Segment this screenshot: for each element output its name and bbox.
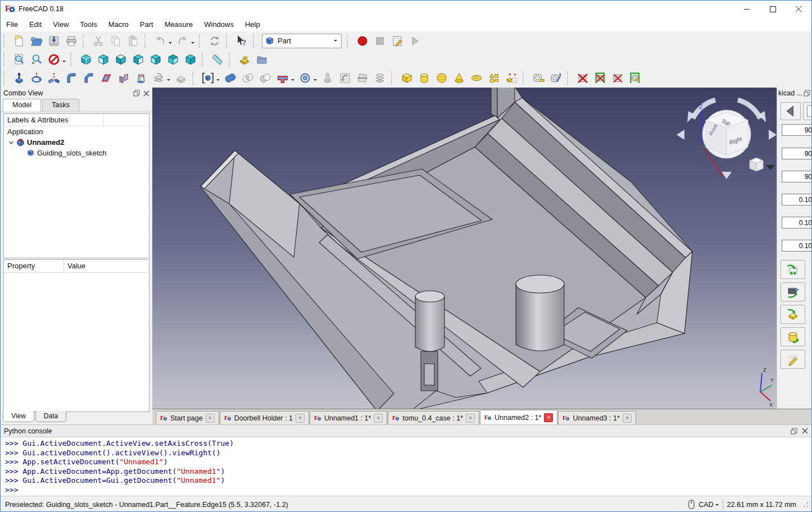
extrude-button[interactable] (11, 70, 27, 86)
redo-button[interactable] (174, 33, 190, 49)
tab-tasks[interactable]: Tasks (42, 99, 79, 112)
new-document-button[interactable] (11, 33, 27, 49)
view-rear-button[interactable] (147, 51, 164, 67)
fillet-button[interactable] (63, 70, 79, 86)
paste-button[interactable] (125, 33, 141, 49)
toolbar-handle[interactable] (3, 71, 8, 85)
cross-section-button[interactable] (354, 70, 370, 86)
doc-tab-close-icon[interactable]: × (466, 414, 475, 423)
measure-toggle-all-button[interactable] (592, 70, 608, 86)
minimize-button[interactable] (734, 1, 760, 17)
boolean-union-button[interactable] (222, 70, 238, 86)
sweep-button[interactable] (150, 70, 166, 86)
kicad-rotation-y-input[interactable] (782, 148, 812, 159)
menu-view[interactable]: View (47, 19, 74, 30)
primitive-cone-button[interactable] (451, 70, 467, 86)
menu-tools[interactable]: Tools (74, 19, 102, 30)
kicad-offset-z-input[interactable] (782, 240, 812, 252)
close-panel-icon[interactable] (143, 90, 149, 97)
kicad-rotation-z-input[interactable] (782, 171, 812, 182)
kicad-rotation-x-input[interactable] (782, 124, 812, 136)
measure-clear-all-button[interactable] (574, 70, 591, 86)
loft-button[interactable] (133, 70, 149, 86)
toolbar-handle[interactable] (192, 71, 197, 85)
toolbar-handle[interactable] (567, 71, 571, 85)
revolve-button[interactable] (28, 70, 44, 86)
create-part-button[interactable] (236, 51, 252, 67)
nav-style-selector[interactable]: CAD (698, 501, 718, 509)
draw-style-dropdown-caret[interactable] (62, 61, 66, 64)
primitive-cylinder-button[interactable] (416, 70, 432, 86)
convert-to-solid-button[interactable] (337, 70, 353, 86)
nav-mini-cube[interactable] (750, 158, 763, 171)
compound-button[interactable] (199, 70, 216, 86)
macro-edit-button[interactable] (389, 33, 405, 49)
redo-dropdown-caret[interactable] (191, 42, 194, 45)
tree-item-application[interactable]: Application (4, 126, 149, 137)
boolean-cut-button[interactable] (257, 70, 273, 86)
menu-file[interactable]: File (1, 19, 24, 30)
kicad-new-sketch-button[interactable] (803, 102, 812, 120)
nav-cube-body[interactable]: Top Front Right (702, 110, 751, 158)
view-top-button[interactable] (112, 51, 129, 67)
fit-selection-button[interactable] (28, 51, 44, 67)
whats-this-button[interactable]: ? (233, 33, 250, 49)
view-bottom-button[interactable] (165, 51, 181, 67)
toolbar-handle[interactable] (3, 53, 8, 66)
toolbar-handle[interactable] (226, 34, 230, 48)
print-button[interactable] (63, 33, 79, 49)
close-button[interactable] (786, 1, 811, 17)
undo-dropdown-caret[interactable] (169, 42, 172, 45)
cut-button[interactable] (90, 33, 106, 49)
measure-toggle-3d-button[interactable] (609, 70, 625, 86)
doc-tab-close-icon[interactable]: × (374, 414, 383, 423)
make-face-button[interactable] (98, 70, 114, 86)
kicad-export-box-button[interactable] (781, 305, 805, 324)
menu-part[interactable]: Part (134, 19, 159, 30)
measure-toggle-delta-button[interactable] (627, 70, 643, 86)
kicad-edit-button[interactable] (781, 350, 805, 369)
primitives-dialog-button[interactable] (486, 70, 502, 86)
toolbar-handle[interactable] (83, 34, 87, 48)
kicad-back-button[interactable] (781, 102, 801, 120)
measure-distance-button[interactable] (209, 51, 225, 67)
macro-play-button[interactable] (406, 33, 423, 49)
compound-dropdown-caret[interactable] (216, 79, 220, 83)
doc-tab-unnamed2[interactable]: F Unnamed2 : 1* × (480, 410, 557, 424)
toolbar-handle[interactable] (391, 71, 396, 85)
doc-tab-tomu-case[interactable]: F tomu_0.4_case : 1* × (388, 411, 479, 424)
python-console-output[interactable]: >>> Gui.ActiveDocument.ActiveView.setAxi… (1, 437, 811, 496)
undo-button[interactable] (152, 33, 168, 49)
cross-sections-button[interactable] (371, 70, 388, 86)
doc-tab-doorbell-holder[interactable]: F Doorbell Holder : 1 × (220, 411, 309, 424)
connect-button[interactable] (274, 70, 291, 86)
defeaturing-button[interactable] (319, 70, 335, 86)
tree-item-document[interactable]: Unnamed2 (4, 137, 149, 148)
tree-item-sketch[interactable]: Guiding_slots_sketch (4, 148, 149, 158)
copy-button[interactable] (107, 33, 124, 49)
primitive-sphere-button[interactable] (433, 70, 450, 86)
toolbar-handle[interactable] (229, 53, 233, 66)
toolbar-handle[interactable] (3, 34, 8, 48)
maximize-button[interactable] (760, 1, 786, 17)
resize-grip[interactable] (802, 501, 809, 508)
offset-button[interactable] (173, 70, 189, 86)
toolbar-handle[interactable] (70, 53, 75, 66)
kicad-offset-x-input[interactable] (782, 194, 812, 205)
console-prompt[interactable]: >>> (5, 486, 811, 495)
tab-model[interactable]: Model (3, 99, 41, 112)
save-document-button[interactable] (46, 33, 62, 49)
create-group-button[interactable] (253, 51, 270, 67)
embed-dropdown-caret[interactable] (314, 79, 317, 83)
embed-button[interactable] (297, 70, 313, 86)
sweep-dropdown-caret[interactable] (167, 79, 170, 83)
connect-dropdown-caret[interactable] (291, 79, 294, 83)
measure-linear-button[interactable] (530, 70, 546, 86)
toolbar-handle[interactable] (253, 34, 257, 48)
macro-record-button[interactable] (354, 33, 370, 49)
menu-windows[interactable]: Windows (198, 19, 239, 30)
property-column-header[interactable]: Property (4, 260, 64, 272)
float-panel-icon[interactable] (804, 90, 810, 97)
doc-tab-unnamed3[interactable]: F Unnamed3 : 1* × (558, 411, 636, 424)
kicad-load-model-button[interactable] (781, 282, 805, 301)
